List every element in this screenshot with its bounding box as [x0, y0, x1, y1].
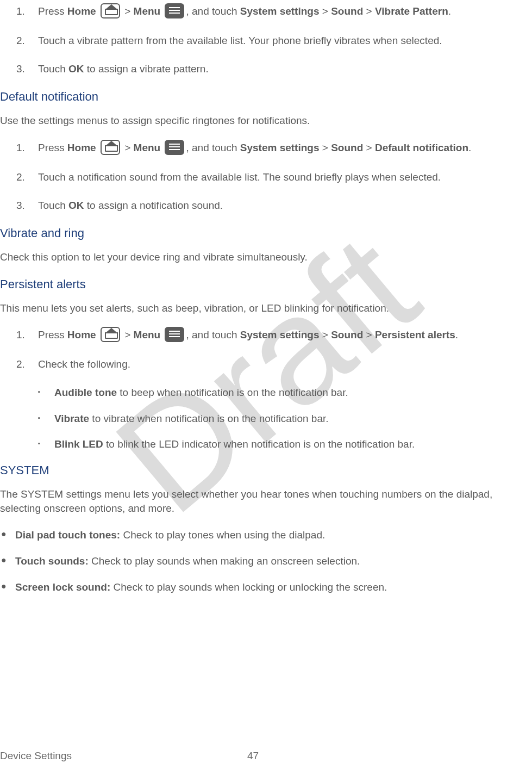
step-number: 1.: [16, 141, 38, 156]
home-icon: [101, 3, 120, 18]
menu-icon: [165, 140, 184, 155]
option-screen-lock: ● Screen lock sound: Check to play sound…: [0, 580, 532, 594]
step-number: 1.: [16, 4, 38, 20]
step-2: 2. Touch a vibrate pattern from the avai…: [0, 34, 532, 48]
step-text: Touch a notification sound from the avai…: [38, 170, 532, 184]
option-text: Touch sounds: Check to play sounds when …: [15, 554, 360, 568]
option-audible-tone: ▪ Audible tone to beep when notification…: [38, 386, 532, 400]
step-text: Touch OK to assign a notification sound.: [38, 199, 532, 213]
option-touch-sounds: ● Touch sounds: Check to play sounds whe…: [0, 554, 532, 568]
step-number: 3.: [16, 62, 38, 76]
step-3: 3. Touch OK to assign a notification sou…: [0, 199, 532, 213]
step-number: 1.: [16, 328, 38, 343]
step-text: Touch OK to assign a vibrate pattern.: [38, 62, 532, 76]
dot-bullet-icon: ●: [0, 554, 15, 568]
dot-bullet-icon: ●: [0, 580, 15, 594]
step-text: Press Home > Menu , and touch System set…: [38, 4, 532, 20]
step-number: 2.: [16, 357, 38, 371]
square-bullet-icon: ▪: [38, 386, 54, 400]
dot-bullet-icon: ●: [0, 528, 15, 542]
step-text: Press Home > Menu , and touch System set…: [38, 328, 532, 343]
option-blink-led: ▪ Blink LED to blink the LED indicator w…: [38, 437, 532, 451]
step-number: 2.: [16, 170, 38, 184]
default-notification-steps: 1. Press Home > Menu , and touch System …: [0, 141, 532, 212]
step-text: Check the following.: [38, 357, 532, 371]
system-options: ● Dial pad touch tones: Check to play to…: [0, 528, 532, 594]
footer-page-number: 47: [247, 750, 259, 762]
option-text: Audible tone to beep when notification i…: [54, 386, 348, 400]
persistent-alerts-options: ▪ Audible tone to beep when notification…: [0, 386, 532, 451]
menu-icon: [165, 327, 184, 342]
persistent-alerts-desc: This menu lets you set alerts, such as b…: [0, 301, 532, 315]
persistent-alerts-steps: 1. Press Home > Menu , and touch System …: [0, 328, 532, 371]
step-number: 3.: [16, 199, 38, 213]
step-text: Touch a vibrate pattern from the availab…: [38, 34, 532, 48]
square-bullet-icon: ▪: [38, 412, 54, 426]
option-vibrate: ▪ Vibrate to vibrate when notification i…: [38, 412, 532, 426]
page-footer: Device Settings 47: [0, 750, 532, 762]
option-dial-pad: ● Dial pad touch tones: Check to play to…: [0, 528, 532, 542]
step-1: 1. Press Home > Menu , and touch System …: [0, 328, 532, 343]
step-2: 2. Touch a notification sound from the a…: [0, 170, 532, 184]
option-text: Blink LED to blink the LED indicator whe…: [54, 437, 415, 451]
heading-system: SYSTEM: [0, 463, 532, 478]
step-text: Press Home > Menu , and touch System set…: [38, 141, 532, 156]
vibrate-pattern-steps: 1. Press Home > Menu , and touch System …: [0, 4, 532, 76]
system-desc: The SYSTEM settings menu lets you select…: [0, 487, 532, 515]
square-bullet-icon: ▪: [38, 437, 54, 451]
vibrate-and-ring-desc: Check this option to let your device rin…: [0, 250, 532, 264]
menu-icon: [165, 3, 184, 18]
heading-default-notification: Default notification: [0, 90, 532, 104]
option-text: Vibrate to vibrate when notification is …: [54, 412, 329, 426]
step-1: 1. Press Home > Menu , and touch System …: [0, 141, 532, 156]
option-text: Dial pad touch tones: Check to play tone…: [15, 528, 325, 542]
step-1: 1. Press Home > Menu , and touch System …: [0, 4, 532, 20]
step-2: 2. Check the following.: [0, 357, 532, 371]
default-notification-desc: Use the settings menus to assign specifi…: [0, 114, 532, 128]
step-3: 3. Touch OK to assign a vibrate pattern.: [0, 62, 532, 76]
option-text: Screen lock sound: Check to play sounds …: [15, 580, 387, 594]
footer-section: Device Settings: [0, 750, 72, 762]
step-number: 2.: [16, 34, 38, 48]
heading-vibrate-and-ring: Vibrate and ring: [0, 226, 532, 240]
home-icon: [101, 327, 120, 342]
home-icon: [101, 140, 120, 155]
heading-persistent-alerts: Persistent alerts: [0, 277, 532, 292]
